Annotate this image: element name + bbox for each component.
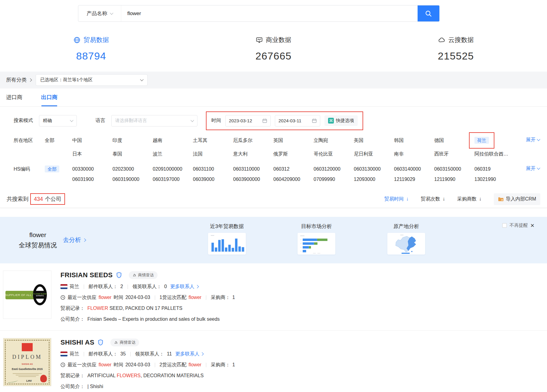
- sort-trade-count[interactable]: 贸易次数 ↓: [421, 196, 445, 202]
- region-option[interactable]: 尼日利亚: [354, 149, 394, 159]
- sort-buyer-count[interactable]: 采购商数 ↓: [457, 196, 482, 202]
- stat-label: 商业数据: [266, 36, 291, 44]
- region-option[interactable]: 波兰: [153, 149, 193, 159]
- hs-code-option[interactable]: 0603190000: [112, 175, 153, 184]
- divider: [155, 363, 155, 367]
- hs-code-option[interactable]: 0603110000: [233, 164, 273, 174]
- region-option[interactable]: 英国: [273, 136, 314, 149]
- sort-down-arrow-icon: ↓: [479, 196, 482, 202]
- region-option[interactable]: 土耳其: [193, 136, 233, 149]
- selected-region-dropdown[interactable]: 已选地区：荷兰等1个地区: [36, 74, 148, 86]
- region-option[interactable]: 俄罗斯: [273, 149, 314, 159]
- linkedin-contacts-label: 领英联系人：: [135, 351, 164, 357]
- hs-code-filter-row: HS编码 全部 00330000 02023000 02091000000 06…: [0, 164, 547, 184]
- more-contacts-link[interactable]: 更多联系人: [175, 351, 203, 357]
- shipments-match: 2货运次匹配: [160, 362, 187, 368]
- stat-trade-data[interactable]: 贸易数据 88794: [0, 36, 182, 62]
- region-option[interactable]: 阿拉伯联合酋…: [474, 149, 515, 159]
- hs-code-option[interactable]: 060319: [474, 164, 515, 174]
- date-to-input[interactable]: 2024-03-11: [275, 115, 320, 127]
- stat-business-data[interactable]: 商业数据 267665: [182, 36, 365, 62]
- region-option-selected[interactable]: 荷兰: [474, 136, 515, 149]
- hs-code-option[interactable]: 12119090: [434, 175, 474, 184]
- hs-code-option[interactable]: 06031100: [193, 164, 233, 174]
- breadcrumb[interactable]: 所有分类: [6, 76, 31, 83]
- hs-code-option[interactable]: 0603120000: [314, 164, 354, 174]
- region-option[interactable]: 日本: [72, 149, 112, 159]
- linkedin-contacts-count: 0: [164, 284, 167, 289]
- hs-code-option[interactable]: 13021990: [474, 175, 515, 184]
- banner-card-target-market[interactable]: 目标市场分析: [298, 223, 335, 255]
- divider: [130, 352, 131, 356]
- company-name[interactable]: FRISIAN SEEDS: [60, 271, 113, 279]
- stat-cloud-search-data[interactable]: 云搜数据 215525: [365, 36, 547, 62]
- hs-code-option[interactable]: 060312: [273, 164, 314, 174]
- region-option[interactable]: 西班牙: [434, 149, 474, 159]
- go-analyze-link[interactable]: 去分析: [63, 236, 86, 244]
- quick-options-button[interactable]: ⌘ 快捷选项: [324, 115, 358, 126]
- language-select[interactable]: 请选择翻译语言: [111, 115, 197, 127]
- tab-importer[interactable]: 进口商: [6, 88, 22, 106]
- region-option[interactable]: 韩国: [394, 136, 434, 149]
- hs-code-option[interactable]: 0603140000: [394, 164, 434, 174]
- search-input[interactable]: [121, 5, 418, 21]
- verified-shield-icon[interactable]: [116, 272, 122, 278]
- email-contacts-label: 邮件联系人：: [89, 351, 118, 357]
- all-categories-label: 所有分类: [6, 76, 27, 83]
- radar-horn-icon: [114, 340, 118, 344]
- close-icon[interactable]: ×: [530, 222, 534, 229]
- import-to-crm-button[interactable]: 导入内部CRM: [494, 193, 540, 205]
- hs-code-option[interactable]: 0603130000: [354, 164, 394, 174]
- region-expand-link[interactable]: 展开: [526, 137, 540, 143]
- region-option[interactable]: 南非: [394, 149, 434, 159]
- company-logo[interactable]: DIPLOM SHISHI AS Eesti Gasellettevõte 20…: [3, 338, 51, 386]
- hs-code-option[interactable]: 06031900: [72, 175, 112, 184]
- dont-remind-checkbox[interactable]: [502, 223, 507, 228]
- region-option[interactable]: 越南: [153, 136, 193, 149]
- hs-code-option[interactable]: 02023000: [112, 164, 153, 174]
- region-option[interactable]: 厄瓜多尔: [233, 136, 273, 149]
- hs-code-option[interactable]: 07099990: [314, 175, 354, 184]
- hs-code-option[interactable]: 0603900000: [233, 175, 273, 184]
- selected-region-highlight-frame: 荷兰: [469, 132, 494, 149]
- hs-code-option[interactable]: 02091000000: [153, 164, 193, 174]
- hs-code-option[interactable]: 0603150000: [434, 164, 474, 174]
- region-option[interactable]: 德国: [434, 136, 474, 149]
- calendar-icon: [312, 118, 317, 123]
- date-from-input[interactable]: 2023-03-12: [225, 115, 271, 127]
- region-option[interactable]: 立陶宛: [314, 136, 354, 149]
- sort-trade-time[interactable]: 贸易时间 ↓: [384, 196, 409, 202]
- hs-code-option[interactable]: 12119029: [394, 175, 434, 184]
- region-option[interactable]: 哥伦比亚: [314, 149, 354, 159]
- business-radar-badge[interactable]: 商情雷达: [129, 271, 158, 279]
- hs-code-option[interactable]: 0603197000: [153, 175, 193, 184]
- region-option[interactable]: 意大利: [233, 149, 273, 159]
- hs-code-option[interactable]: 00330000: [72, 164, 112, 174]
- region-option[interactable]: 美国: [354, 136, 394, 149]
- hs-code-option[interactable]: 12093000: [354, 175, 394, 184]
- region-option[interactable]: 中国: [72, 136, 112, 149]
- verified-shield-icon[interactable]: [98, 339, 103, 345]
- data-source-stats: 贸易数据 88794 商业数据 267665 云搜数据 215525: [0, 22, 547, 62]
- chevron-down-icon: [190, 118, 194, 122]
- hs-option-all-selected[interactable]: 全部: [45, 164, 72, 174]
- search-mode-select[interactable]: 精确: [39, 115, 77, 127]
- search-category-dropdown[interactable]: 产品名称: [78, 5, 121, 21]
- region-option-all[interactable]: 全部: [45, 136, 72, 145]
- region-option[interactable]: 泰国: [112, 149, 153, 159]
- company-name[interactable]: SHISHI AS: [60, 339, 94, 346]
- contacts-row: 荷兰 邮件联系人： 2 领英联系人： 0 更多联系人: [60, 284, 235, 290]
- hs-code-option[interactable]: 06039000: [193, 175, 233, 184]
- company-logo[interactable]: SUPPLIER OF ALL SEEDS FLOWER BLEND EXPER…: [3, 271, 51, 319]
- search-button[interactable]: [418, 5, 439, 21]
- clock-icon: [60, 362, 65, 367]
- more-contacts-link[interactable]: 更多联系人: [170, 284, 198, 290]
- hs-code-expand-link[interactable]: 展开: [526, 165, 540, 172]
- region-option[interactable]: 印度: [112, 136, 153, 149]
- banner-card-trade-data[interactable]: 近3年贸易数据: [208, 223, 246, 255]
- banner-card-origin-analysis[interactable]: 原产地分析: [387, 223, 425, 255]
- tab-exporter[interactable]: 出口商: [41, 88, 57, 106]
- business-radar-badge[interactable]: 商情雷达: [110, 339, 139, 346]
- region-option[interactable]: 法国: [193, 149, 233, 159]
- hs-code-option[interactable]: 0604209000: [273, 175, 314, 184]
